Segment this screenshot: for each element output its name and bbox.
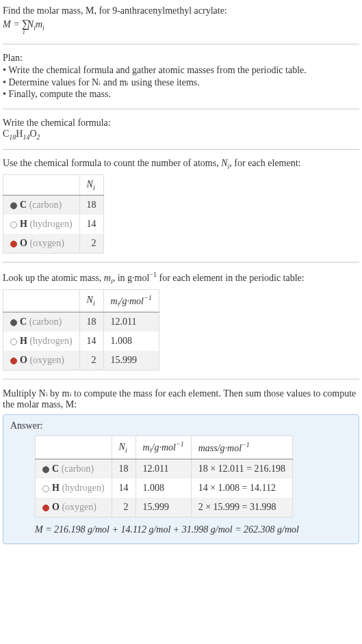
table-row: C (carbon) 18: [3, 196, 104, 215]
element-swatch-icon: [10, 222, 17, 228]
table-row: C (carbon) 18 12.011 18 × 12.011 = 216.1…: [36, 459, 293, 479]
table-row: O (oxygen) 2 15.999: [3, 351, 159, 371]
divider: [3, 379, 359, 379]
lookup-heading: Look up the atomic mass, mi, in g·mol−1 …: [3, 271, 359, 284]
element-swatch-icon: [10, 202, 17, 209]
col-element: [3, 289, 80, 312]
col-n: Ni: [79, 174, 103, 196]
col-m: mi/g·mol−1: [135, 436, 191, 459]
answer-label: Answer:: [10, 420, 352, 431]
table-row: H (hydrogen) 14 1.008: [3, 332, 159, 351]
col-m: mi/g·mol−1: [103, 289, 159, 312]
element-swatch-icon: [42, 485, 49, 492]
element-swatch-icon: [42, 505, 49, 511]
table-row: C (carbon) 18 12.011: [3, 312, 159, 332]
intro-section: Find the molar mass, M, for 9-anthraceny…: [3, 3, 359, 38]
plan-list: • Write the chemical formula and gather …: [3, 65, 359, 100]
divider: [3, 149, 359, 150]
element-swatch-icon: [10, 338, 17, 345]
col-mass: mass/g·mol−1: [191, 436, 292, 459]
element-swatch-icon: [10, 241, 17, 247]
divider: [3, 262, 359, 263]
plan-item: • Determine values for Nᵢ and mᵢ using t…: [3, 77, 359, 88]
answer-table: Ni mi/g·mol−1 mass/g·mol−1 C (carbon) 18…: [35, 435, 293, 517]
divider: [3, 44, 359, 44]
plan-heading: Plan:: [3, 53, 359, 64]
plan-section: Plan: • Write the chemical formula and g…: [3, 50, 359, 103]
multiply-heading: Multiply Nᵢ by mᵢ to compute the mass fo…: [3, 388, 359, 410]
table-row: H (hydrogen) 14: [3, 215, 104, 234]
col-n: Ni: [112, 436, 135, 459]
element-swatch-icon: [10, 358, 17, 364]
chemformula-heading: Write the chemical formula:: [3, 118, 359, 129]
count-table: Ni C (carbon) 18 H (hydrogen) 14 O (oxyg…: [3, 174, 104, 254]
plan-item: • Write the chemical formula and gather …: [3, 65, 359, 76]
table-row: O (oxygen) 2: [3, 234, 104, 254]
lookup-table: Ni mi/g·mol−1 C (carbon) 18 12.011 H (hy…: [3, 289, 159, 371]
table-row: O (oxygen) 2 15.999 2 × 15.999 = 31.998: [36, 498, 293, 518]
divider: [3, 109, 359, 109]
count-heading: Use the chemical formula to count the nu…: [3, 158, 359, 170]
col-element: [36, 436, 112, 459]
final-equation: M = 216.198 g/mol + 14.112 g/mol + 31.99…: [35, 524, 352, 535]
intro-formula: M = ∑i Nimi: [3, 18, 359, 36]
col-n: Ni: [79, 289, 103, 312]
chemformula-value: C18H14O2: [3, 129, 359, 141]
intro-line: Find the molar mass, M, for 9-anthraceny…: [3, 5, 359, 16]
count-section: Use the chemical formula to count the nu…: [3, 155, 359, 257]
col-element: [3, 174, 80, 196]
plan-item: • Finally, compute the mass.: [3, 89, 359, 100]
lookup-section: Look up the atomic mass, mi, in g·mol−1 …: [3, 268, 359, 373]
element-swatch-icon: [42, 466, 49, 473]
element-swatch-icon: [10, 319, 17, 326]
multiply-section: Multiply Nᵢ by mᵢ to compute the mass fo…: [3, 385, 359, 546]
table-row: H (hydrogen) 14 1.008 14 × 1.008 = 14.11…: [36, 479, 293, 498]
answer-box: Answer: Ni mi/g·mol−1 mass/g·mol−1 C (ca…: [3, 414, 359, 544]
chemformula-section: Write the chemical formula: C18H14O2: [3, 115, 359, 144]
